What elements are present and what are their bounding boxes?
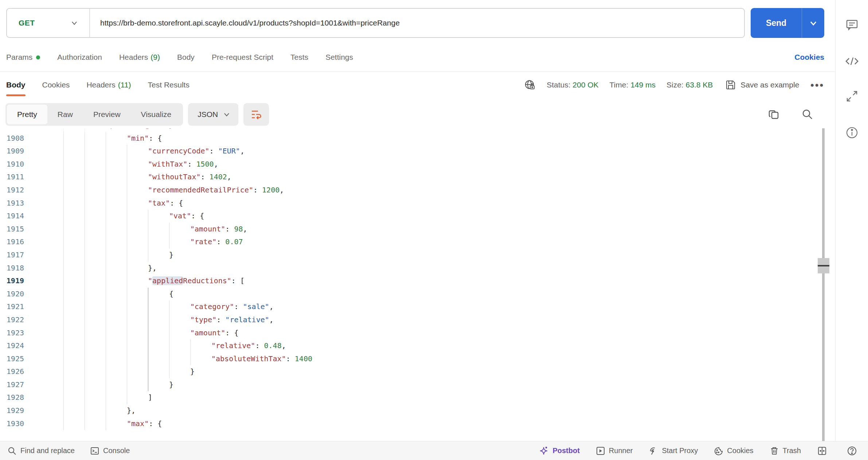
view-mode-visualize[interactable]: Visualize <box>131 105 182 124</box>
request-tab-pre-request-script[interactable]: Pre-request Script <box>212 53 273 62</box>
code-text: "max": { <box>127 417 162 430</box>
indent-guide <box>63 249 85 262</box>
collapse-panel-button[interactable] <box>844 88 860 104</box>
indent-guide <box>85 378 106 391</box>
tab-label: Pre-request Script <box>212 53 273 62</box>
search-highlight: applied <box>152 276 183 285</box>
view-mode-switch: PrettyRawPreviewVisualize <box>5 103 183 126</box>
runner-button[interactable]: Runner <box>596 446 633 456</box>
indent-guide <box>127 210 148 223</box>
indent-guide <box>106 171 127 184</box>
indent-guide <box>127 274 148 288</box>
request-tab-params[interactable]: Params <box>6 53 40 62</box>
indent-guide <box>85 171 106 184</box>
indent-guide <box>85 158 106 171</box>
tab-label: Params <box>6 53 32 62</box>
indent-guide <box>148 352 169 366</box>
code-line-1911: 1911"withoutTax": 1402, <box>0 171 835 184</box>
console-icon <box>90 446 99 456</box>
gutter-gap <box>24 171 63 184</box>
cookies-link[interactable]: Cookies <box>794 53 824 62</box>
code-text: "recommendedRetailPrice": 1200, <box>148 184 284 197</box>
format-dropdown[interactable]: JSON <box>188 103 238 126</box>
line-number: 1920 <box>0 288 24 301</box>
search-button[interactable] <box>799 106 816 123</box>
postman-app: GET Send ParamsAuthorizationHeaders(9)Bo… <box>0 0 868 460</box>
postbot-button[interactable]: Postbot <box>539 446 579 456</box>
divider <box>0 71 835 72</box>
more-options-button[interactable]: ●●● <box>810 81 824 89</box>
indent-guide <box>63 339 85 352</box>
info-button[interactable] <box>844 125 860 141</box>
params-active-dot <box>36 55 40 59</box>
wrap-lines-button[interactable] <box>243 103 269 126</box>
send-button[interactable]: Send <box>751 8 802 38</box>
request-url-row: GET Send <box>6 8 824 39</box>
indent-guide <box>63 391 85 404</box>
response-tab-test-results[interactable]: Test Results <box>148 73 189 97</box>
network-globe-lock-icon[interactable] <box>524 79 536 91</box>
indent-guide <box>63 223 85 236</box>
request-tab-settings[interactable]: Settings <box>325 53 353 62</box>
request-tab-body[interactable]: Body <box>177 53 195 62</box>
view-mode-pretty[interactable]: Pretty <box>7 105 47 124</box>
indent-guide <box>127 197 148 210</box>
panel-layout-button[interactable] <box>817 446 831 456</box>
copy-button[interactable] <box>765 106 783 123</box>
response-tab-cookies[interactable]: Cookies <box>42 73 70 97</box>
indent-guide <box>85 274 106 288</box>
line-number: 1924 <box>0 339 24 352</box>
start-proxy-button[interactable]: Start Proxy <box>649 446 698 456</box>
tab-label: Authorization <box>57 53 102 62</box>
chevron-down-icon <box>70 19 78 27</box>
indent-guide <box>106 313 127 327</box>
scrollbar-track[interactable] <box>822 128 825 441</box>
view-mode-preview[interactable]: Preview <box>83 105 131 124</box>
indent-guide <box>85 132 106 145</box>
indent-guide <box>85 404 106 417</box>
tab-label: Body <box>177 53 195 62</box>
code-text: "withTax": 1500, <box>148 158 218 171</box>
trash-button[interactable]: Trash <box>770 446 801 456</box>
help-button[interactable] <box>847 446 861 456</box>
line-number: 1928 <box>0 391 24 404</box>
tab-label: Headers <box>86 81 115 89</box>
request-tab-tests[interactable]: Tests <box>290 53 308 62</box>
response-tab-body[interactable]: Body <box>6 73 26 97</box>
url-input[interactable] <box>90 19 744 27</box>
request-tab-authorization[interactable]: Authorization <box>57 53 102 62</box>
chevron-down-icon <box>223 111 230 118</box>
console-button[interactable]: Console <box>90 446 130 456</box>
gutter-gap <box>24 145 63 158</box>
request-tab-headers[interactable]: Headers(9) <box>119 53 160 62</box>
code-line-1908: 1908"min": { <box>0 132 835 145</box>
response-tab-headers[interactable]: Headers(11) <box>86 73 131 97</box>
scrollbar-thumb[interactable] <box>818 258 829 273</box>
indent-guide <box>169 339 190 352</box>
gutter-gap <box>24 274 63 288</box>
code-line-1919: 1919"appliedReductions": [ <box>0 274 835 288</box>
request-tabs: ParamsAuthorizationHeaders(9)BodyPre-req… <box>6 44 824 71</box>
indent-guide <box>106 378 127 391</box>
line-number: 1923 <box>0 327 24 340</box>
indent-guide <box>106 417 127 430</box>
code-line-1914: 1914"vat": { <box>0 210 835 223</box>
help-icon <box>847 446 857 456</box>
cookies-manager-button[interactable]: Cookies <box>714 446 753 456</box>
gutter-gap <box>24 404 63 417</box>
indent-guide <box>127 262 148 275</box>
code-text: } <box>190 365 195 378</box>
code-snippet-button[interactable] <box>844 53 860 69</box>
view-mode-raw[interactable]: Raw <box>47 105 83 124</box>
comments-button[interactable] <box>844 17 860 33</box>
tab-count-badge: (9) <box>150 53 160 62</box>
indent-guide <box>63 378 85 391</box>
line-number: 1930 <box>0 417 24 430</box>
send-options-button[interactable] <box>802 8 824 38</box>
gutter-gap <box>24 378 63 391</box>
format-label: JSON <box>198 110 218 119</box>
method-selector[interactable]: GET <box>7 9 90 37</box>
find-and-replace-button[interactable]: Find and replace <box>7 446 75 456</box>
code-text: "priceRange": { <box>106 128 172 132</box>
save-as-example-button[interactable]: Save as example <box>725 79 799 90</box>
